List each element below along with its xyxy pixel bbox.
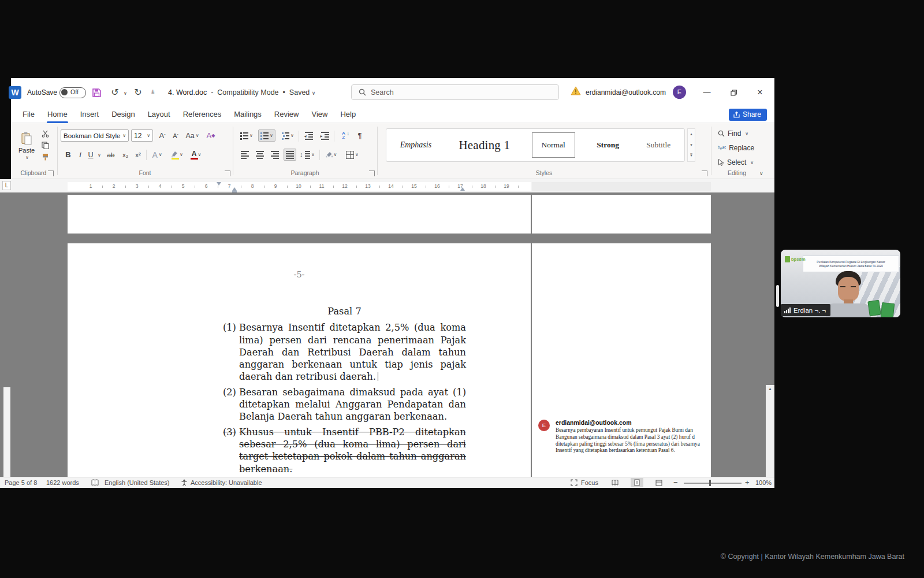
- document-heading[interactable]: Pasal 7: [223, 305, 466, 317]
- minimize-button[interactable]: —: [695, 78, 719, 107]
- styles-scroll-down-icon[interactable]: ▾: [688, 140, 695, 151]
- warning-icon[interactable]: [571, 86, 581, 95]
- style-emphasis[interactable]: Emphasis: [394, 132, 437, 158]
- justify-button[interactable]: [284, 149, 296, 161]
- find-button[interactable]: Find∨: [718, 129, 748, 138]
- tab-mailings[interactable]: Mailings: [228, 107, 268, 123]
- tab-review[interactable]: Review: [268, 107, 305, 123]
- document-paragraph-3[interactable]: (3)Khusus untuk Insentif PBB-P2 ditetapk…: [223, 426, 466, 475]
- align-center-button[interactable]: [254, 149, 266, 161]
- font-color-button[interactable]: A ∨: [189, 149, 204, 161]
- close-button[interactable]: ×: [748, 78, 772, 107]
- tab-design[interactable]: Design: [105, 107, 141, 123]
- webcam-drag-handle[interactable]: [776, 285, 779, 307]
- tab-selector[interactable]: L: [2, 181, 11, 190]
- italic-button[interactable]: I: [76, 149, 85, 161]
- tab-view[interactable]: View: [305, 107, 334, 123]
- shading-button[interactable]: ∨: [323, 149, 339, 161]
- decrease-indent-button[interactable]: ◂: [302, 129, 316, 142]
- replace-button[interactable]: ᵇ⇄ᶜ Replace: [718, 144, 754, 152]
- show-formatting-button[interactable]: ¶: [354, 129, 366, 142]
- comment-text[interactable]: Besarnya pembayaran Insentif untuk pemun…: [556, 427, 706, 454]
- paragraph-dialog-launcher[interactable]: [369, 171, 375, 176]
- document-page[interactable]: -5- Pasal 7 (1)Besarnya Insentif ditetap…: [68, 243, 531, 477]
- styles-scrollbar[interactable]: ▴ ▾ ▾̅: [687, 128, 695, 162]
- underline-button[interactable]: U: [86, 149, 95, 161]
- underline-dropdown-icon[interactable]: ∨: [98, 153, 101, 158]
- vertical-ruler[interactable]: 1234567: [3, 387, 10, 477]
- account-email[interactable]: erdianmidai@outlook.com: [586, 78, 666, 107]
- tab-layout[interactable]: Layout: [141, 107, 177, 123]
- superscript-button[interactable]: x²: [132, 149, 144, 161]
- horizontal-ruler[interactable]: 12345678910111213141516171819: [68, 182, 531, 191]
- font-dialog-launcher[interactable]: [225, 171, 230, 176]
- style-normal[interactable]: Normal: [532, 132, 575, 158]
- comment-author[interactable]: erdianmidai@outlook.com: [556, 419, 632, 426]
- undo-button[interactable]: ↺: [108, 78, 122, 107]
- grow-font-button[interactable]: Aˆ: [157, 129, 168, 142]
- word-count[interactable]: 1622 words: [46, 477, 79, 488]
- collapse-ribbon-icon[interactable]: ∨: [759, 171, 763, 176]
- borders-button[interactable]: ∨: [344, 149, 361, 161]
- previous-page-bottom[interactable]: [68, 195, 531, 234]
- document-text-column[interactable]: Pasal 7 (1)Besarnya Insentif ditetapkan …: [223, 305, 466, 477]
- tab-home[interactable]: Home: [41, 107, 74, 123]
- undo-dropdown-icon[interactable]: ∨: [122, 79, 129, 108]
- line-spacing-button[interactable]: ↕∨: [299, 149, 316, 161]
- page-indicator[interactable]: Page 5 of 8: [5, 477, 37, 488]
- tab-references[interactable]: References: [177, 107, 228, 123]
- vertical-scrollbar[interactable]: ▲ ▼: [766, 385, 774, 477]
- select-button[interactable]: Select∨: [718, 158, 754, 166]
- styles-dialog-launcher[interactable]: [702, 171, 707, 176]
- save-icon[interactable]: [92, 88, 102, 98]
- increase-indent-button[interactable]: ▸: [318, 129, 332, 142]
- tab-help[interactable]: Help: [334, 107, 362, 123]
- zoom-in-button[interactable]: +: [745, 477, 750, 488]
- style-subtitle[interactable]: Subtitle: [640, 132, 676, 158]
- zoom-slider-thumb[interactable]: [709, 480, 711, 486]
- focus-icon[interactable]: [571, 479, 578, 490]
- restore-button[interactable]: [721, 78, 746, 107]
- highlight-color-button[interactable]: ∨: [169, 149, 184, 161]
- web-layout-button[interactable]: [653, 478, 665, 487]
- subscript-button[interactable]: x₂: [120, 149, 131, 161]
- styles-gallery-more-icon[interactable]: ▾̅: [688, 150, 695, 161]
- word-app-icon[interactable]: W: [9, 86, 21, 99]
- customize-quick-access-icon[interactable]: ⩲: [148, 78, 158, 107]
- multilevel-list-button[interactable]: ∨: [279, 129, 296, 142]
- read-mode-button[interactable]: [609, 478, 621, 487]
- copy-button[interactable]: [40, 140, 50, 150]
- proofing-icon[interactable]: [91, 479, 99, 490]
- document-paragraph-1[interactable]: (1)Besarnya Insentif ditetapkan 2,5% (du…: [223, 321, 466, 383]
- saved-dropdown-icon[interactable]: ∨: [312, 90, 316, 96]
- zoom-slider-track[interactable]: [684, 483, 742, 484]
- tab-file[interactable]: File: [16, 107, 41, 123]
- document-title[interactable]: 4. Word.doc - Compatibility Mode • Saved…: [168, 78, 315, 107]
- font-name-combo[interactable]: Bookman Old Style∨: [61, 129, 129, 142]
- scroll-up-icon[interactable]: ▲: [766, 387, 774, 391]
- print-layout-button[interactable]: [631, 478, 643, 487]
- style-strong[interactable]: Strong: [591, 132, 625, 158]
- cut-button[interactable]: [40, 129, 50, 138]
- clipboard-dialog-launcher[interactable]: [48, 171, 54, 176]
- numbering-button[interactable]: ∨: [258, 129, 275, 142]
- zoom-out-button[interactable]: −: [673, 477, 678, 488]
- accessibility-status[interactable]: Accessibility: Unavailable: [191, 477, 262, 488]
- autosave-toggle[interactable]: Off: [59, 87, 86, 98]
- strikethrough-button[interactable]: ab: [105, 149, 117, 161]
- bullets-button[interactable]: ∨: [239, 129, 255, 142]
- account-avatar[interactable]: E: [673, 86, 686, 99]
- font-size-combo[interactable]: 12∨: [131, 129, 153, 142]
- focus-label[interactable]: Focus: [581, 477, 598, 488]
- clear-formatting-button[interactable]: A◆: [204, 129, 218, 142]
- accessibility-icon[interactable]: [181, 479, 188, 490]
- bold-button[interactable]: B: [63, 149, 73, 161]
- change-case-button[interactable]: Aa∨: [184, 129, 200, 142]
- tab-insert[interactable]: Insert: [74, 107, 106, 123]
- style-heading-1[interactable]: Heading 1: [453, 130, 516, 161]
- styles-scroll-up-icon[interactable]: ▴: [688, 129, 695, 140]
- align-left-button[interactable]: [239, 149, 251, 161]
- webcam-video-tile[interactable]: Penilaian Kompetensi Pegawai Di Lingkung…: [781, 250, 900, 317]
- share-button[interactable]: Share: [729, 109, 767, 121]
- align-right-button[interactable]: [269, 149, 281, 161]
